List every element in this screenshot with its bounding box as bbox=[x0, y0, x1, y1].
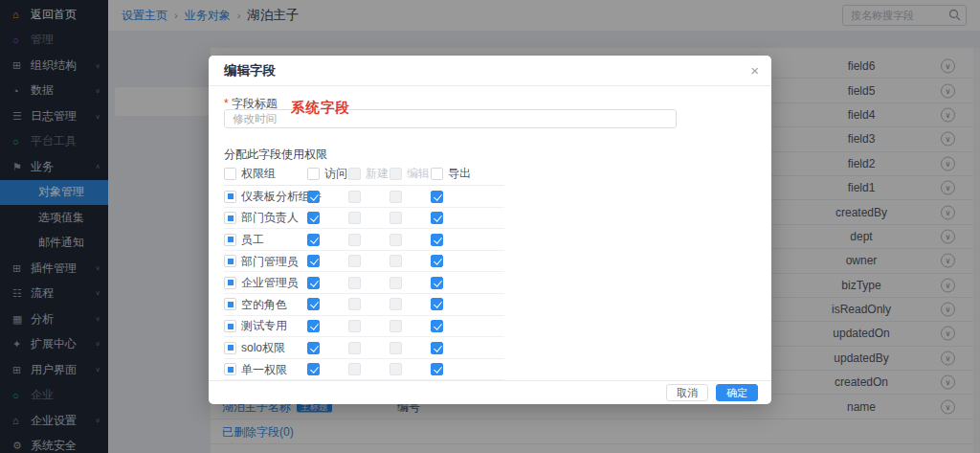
permissions-rows: 仪表板分析组件 部门负责人 员工 bbox=[224, 186, 504, 380]
permission-column: 新建 bbox=[348, 166, 390, 182]
group-checkbox[interactable] bbox=[224, 363, 236, 375]
permission-column: 权限组 bbox=[224, 166, 307, 182]
close-icon[interactable]: × bbox=[750, 61, 759, 80]
confirm-button[interactable]: 确定 bbox=[716, 384, 758, 401]
permission-column: 访问 bbox=[307, 166, 348, 182]
access-checkbox[interactable] bbox=[307, 342, 320, 354]
create-checkbox bbox=[348, 191, 361, 203]
permissions-table: 权限组 访问 新建 编辑 导出 bbox=[224, 163, 504, 380]
modal-footer: 取消 确定 bbox=[209, 380, 771, 404]
column-select-all-checkbox bbox=[390, 168, 402, 180]
export-checkbox[interactable] bbox=[431, 255, 443, 267]
group-checkbox[interactable] bbox=[224, 298, 236, 310]
access-checkbox[interactable] bbox=[307, 320, 320, 332]
edit-checkbox bbox=[390, 234, 402, 246]
export-checkbox[interactable] bbox=[431, 212, 443, 224]
create-checkbox bbox=[348, 298, 361, 310]
edit-checkbox bbox=[390, 320, 402, 332]
permission-row: 仪表板分析组件 bbox=[224, 186, 504, 208]
permission-group-name: 测试专用 bbox=[241, 318, 287, 334]
column-select-all-checkbox[interactable] bbox=[431, 168, 443, 180]
access-checkbox[interactable] bbox=[307, 212, 320, 224]
edit-checkbox bbox=[390, 277, 402, 289]
column-select-all-checkbox bbox=[348, 168, 361, 180]
create-checkbox bbox=[348, 234, 361, 246]
required-mark: * bbox=[224, 97, 229, 110]
create-checkbox bbox=[348, 320, 361, 332]
permission-group-name: 单一权限 bbox=[241, 361, 287, 377]
edit-field-modal: 编辑字段 × *字段标题 系统字段 分配此字段使用权限 权限组 访问 新建 bbox=[209, 56, 771, 404]
edit-checkbox bbox=[390, 363, 402, 375]
group-checkbox[interactable] bbox=[224, 212, 236, 224]
permission-column-label: 新建 bbox=[366, 166, 389, 182]
edit-checkbox bbox=[390, 342, 402, 354]
group-checkbox[interactable] bbox=[224, 255, 236, 267]
permission-row: 员工 bbox=[224, 229, 504, 251]
edit-checkbox bbox=[390, 191, 402, 203]
permission-column-label: 访问 bbox=[324, 166, 347, 182]
column-select-all-checkbox[interactable] bbox=[307, 168, 320, 180]
permission-group-name: 员工 bbox=[241, 231, 264, 247]
permission-row: 空的角色 bbox=[224, 294, 504, 316]
app-window: ⌂ 返回首页 ○ 管理 ⊞ 组织结构 ∨ ◔ 数据 ∨ ☰ 日志管理 ∨ ○ bbox=[0, 0, 980, 453]
export-checkbox[interactable] bbox=[431, 191, 443, 203]
permission-row: solo权限 bbox=[224, 337, 504, 359]
group-checkbox[interactable] bbox=[224, 277, 236, 289]
edit-checkbox bbox=[390, 298, 402, 310]
permission-group-name: solo权限 bbox=[241, 339, 285, 355]
permission-row: 部门管理员 bbox=[224, 251, 504, 273]
access-checkbox[interactable] bbox=[307, 191, 320, 203]
permission-row: 部门负责人 bbox=[224, 208, 504, 230]
permission-row: 测试专用 bbox=[224, 316, 504, 338]
permission-column: 导出 bbox=[431, 166, 472, 182]
permission-row: 企业管理员 bbox=[224, 272, 504, 294]
export-checkbox[interactable] bbox=[431, 363, 443, 375]
access-checkbox[interactable] bbox=[307, 363, 320, 375]
permission-column: 编辑 bbox=[390, 166, 431, 182]
system-field-annotation: 系统字段 bbox=[291, 99, 350, 117]
permissions-section-title: 分配此字段使用权限 bbox=[224, 147, 327, 163]
export-checkbox[interactable] bbox=[431, 320, 443, 332]
permission-group-name: 部门管理员 bbox=[241, 253, 299, 269]
group-checkbox[interactable] bbox=[224, 234, 236, 246]
export-checkbox[interactable] bbox=[431, 342, 443, 354]
permission-column-label: 权限组 bbox=[241, 166, 276, 182]
create-checkbox bbox=[348, 342, 361, 354]
column-select-all-checkbox[interactable] bbox=[224, 168, 236, 180]
create-checkbox bbox=[348, 277, 361, 289]
access-checkbox[interactable] bbox=[307, 255, 320, 267]
edit-checkbox bbox=[390, 255, 402, 267]
group-checkbox[interactable] bbox=[224, 320, 236, 332]
access-checkbox[interactable] bbox=[307, 277, 320, 289]
permissions-header: 权限组 访问 新建 编辑 导出 bbox=[224, 163, 504, 186]
permission-group-name: 空的角色 bbox=[241, 296, 287, 312]
export-checkbox[interactable] bbox=[431, 298, 443, 310]
access-checkbox[interactable] bbox=[307, 298, 320, 310]
permission-group-name: 部门负责人 bbox=[241, 210, 299, 226]
cancel-button[interactable]: 取消 bbox=[666, 384, 708, 401]
export-checkbox[interactable] bbox=[431, 234, 443, 246]
create-checkbox bbox=[348, 255, 361, 267]
create-checkbox bbox=[348, 363, 361, 375]
modal-title: 编辑字段 bbox=[209, 56, 771, 86]
group-checkbox[interactable] bbox=[224, 191, 236, 203]
access-checkbox[interactable] bbox=[307, 234, 320, 246]
permission-row: 单一权限 bbox=[224, 359, 504, 381]
permission-group-name: 企业管理员 bbox=[241, 275, 299, 291]
edit-checkbox bbox=[390, 212, 402, 224]
create-checkbox bbox=[348, 212, 361, 224]
permission-column-label: 导出 bbox=[448, 166, 471, 182]
group-checkbox[interactable] bbox=[224, 342, 236, 354]
export-checkbox[interactable] bbox=[431, 277, 443, 289]
permission-column-label: 编辑 bbox=[407, 166, 430, 182]
